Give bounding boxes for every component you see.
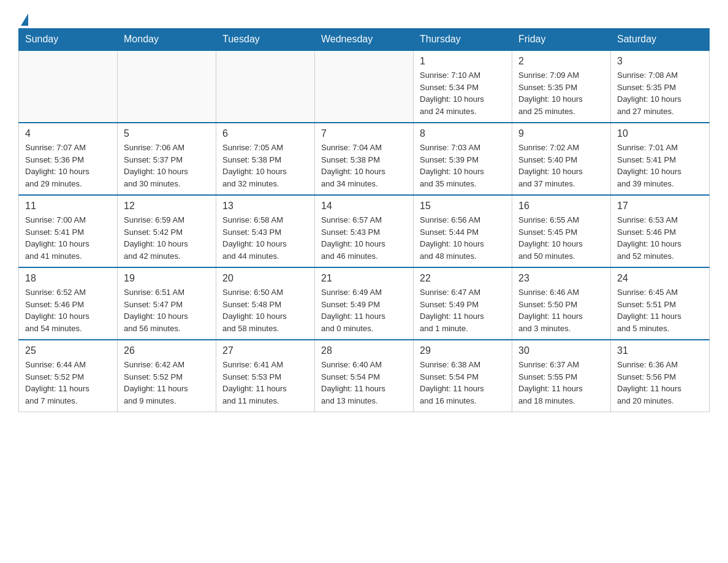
day-cell [216,50,315,123]
day-info: Sunrise: 6:55 AM Sunset: 5:45 PM Dayligh… [518,214,604,262]
day-info: Sunrise: 6:52 AM Sunset: 5:46 PM Dayligh… [25,286,111,334]
weekday-header-saturday: Saturday [611,29,710,51]
day-info: Sunrise: 6:37 AM Sunset: 5:55 PM Dayligh… [518,359,604,407]
day-info: Sunrise: 7:08 AM Sunset: 5:35 PM Dayligh… [617,69,703,117]
day-number: 15 [420,201,506,212]
day-cell: 1Sunrise: 7:10 AM Sunset: 5:34 PM Daylig… [414,50,512,123]
day-cell: 18Sunrise: 6:52 AM Sunset: 5:46 PM Dayli… [19,267,118,340]
day-info: Sunrise: 6:46 AM Sunset: 5:50 PM Dayligh… [518,286,604,334]
weekday-header-friday: Friday [512,29,611,51]
day-cell: 2Sunrise: 7:09 AM Sunset: 5:35 PM Daylig… [512,50,611,123]
calendar-header: SundayMondayTuesdayWednesdayThursdayFrid… [19,29,710,51]
day-number: 20 [222,273,308,284]
day-info: Sunrise: 7:10 AM Sunset: 5:34 PM Dayligh… [420,69,506,117]
day-cell: 22Sunrise: 6:47 AM Sunset: 5:49 PM Dayli… [414,267,512,340]
day-info: Sunrise: 6:47 AM Sunset: 5:49 PM Dayligh… [420,286,506,334]
day-number: 31 [617,345,703,356]
day-number: 21 [321,273,407,284]
day-cell: 8Sunrise: 7:03 AM Sunset: 5:39 PM Daylig… [414,123,512,195]
day-number: 7 [321,128,407,139]
week-row-1: 1Sunrise: 7:10 AM Sunset: 5:34 PM Daylig… [19,50,710,123]
day-cell: 23Sunrise: 6:46 AM Sunset: 5:50 PM Dayli… [512,267,611,340]
day-info: Sunrise: 6:38 AM Sunset: 5:54 PM Dayligh… [420,359,506,407]
day-info: Sunrise: 6:36 AM Sunset: 5:56 PM Dayligh… [617,359,703,407]
day-info: Sunrise: 6:41 AM Sunset: 5:53 PM Dayligh… [222,359,308,407]
day-info: Sunrise: 6:57 AM Sunset: 5:43 PM Dayligh… [321,214,407,262]
weekday-header-tuesday: Tuesday [216,29,315,51]
day-number: 27 [222,345,308,356]
day-number: 8 [420,128,506,139]
page-header [18,12,710,22]
day-cell: 3Sunrise: 7:08 AM Sunset: 5:35 PM Daylig… [611,50,710,123]
day-cell: 28Sunrise: 6:40 AM Sunset: 5:54 PM Dayli… [315,340,414,412]
day-cell: 26Sunrise: 6:42 AM Sunset: 5:52 PM Dayli… [118,340,216,412]
calendar-table: SundayMondayTuesdayWednesdayThursdayFrid… [18,28,710,412]
day-cell: 24Sunrise: 6:45 AM Sunset: 5:51 PM Dayli… [611,267,710,340]
day-cell: 31Sunrise: 6:36 AM Sunset: 5:56 PM Dayli… [611,340,710,412]
day-info: Sunrise: 6:51 AM Sunset: 5:47 PM Dayligh… [124,286,210,334]
day-cell: 12Sunrise: 6:59 AM Sunset: 5:42 PM Dayli… [118,195,216,267]
day-info: Sunrise: 7:05 AM Sunset: 5:38 PM Dayligh… [222,142,308,190]
day-info: Sunrise: 6:53 AM Sunset: 5:46 PM Dayligh… [617,214,703,262]
day-number: 1 [420,56,506,67]
day-info: Sunrise: 7:06 AM Sunset: 5:37 PM Dayligh… [124,142,210,190]
day-info: Sunrise: 6:50 AM Sunset: 5:48 PM Dayligh… [222,286,308,334]
day-info: Sunrise: 6:49 AM Sunset: 5:49 PM Dayligh… [321,286,407,334]
day-number: 25 [25,345,111,356]
day-number: 17 [617,201,703,212]
day-cell: 14Sunrise: 6:57 AM Sunset: 5:43 PM Dayli… [315,195,414,267]
week-row-2: 4Sunrise: 7:07 AM Sunset: 5:36 PM Daylig… [19,123,710,195]
day-number: 3 [617,56,703,67]
day-number: 18 [25,273,111,284]
day-cell: 11Sunrise: 7:00 AM Sunset: 5:41 PM Dayli… [19,195,118,267]
day-number: 12 [124,201,210,212]
day-number: 24 [617,273,703,284]
day-number: 14 [321,201,407,212]
weekday-header-sunday: Sunday [19,29,118,51]
day-info: Sunrise: 7:07 AM Sunset: 5:36 PM Dayligh… [25,142,111,190]
day-number: 23 [518,273,604,284]
weekday-header-monday: Monday [118,29,216,51]
day-cell: 15Sunrise: 6:56 AM Sunset: 5:44 PM Dayli… [414,195,512,267]
logo-triangle-icon [21,13,28,26]
day-number: 19 [124,273,210,284]
day-cell [315,50,414,123]
day-info: Sunrise: 7:02 AM Sunset: 5:40 PM Dayligh… [518,142,604,190]
day-cell: 4Sunrise: 7:07 AM Sunset: 5:36 PM Daylig… [19,123,118,195]
day-number: 29 [420,345,506,356]
day-number: 4 [25,128,111,139]
day-number: 10 [617,128,703,139]
day-number: 30 [518,345,604,356]
day-info: Sunrise: 6:44 AM Sunset: 5:52 PM Dayligh… [25,359,111,407]
day-info: Sunrise: 6:56 AM Sunset: 5:44 PM Dayligh… [420,214,506,262]
day-cell: 29Sunrise: 6:38 AM Sunset: 5:54 PM Dayli… [414,340,512,412]
day-number: 16 [518,201,604,212]
week-row-5: 25Sunrise: 6:44 AM Sunset: 5:52 PM Dayli… [19,340,710,412]
day-cell: 25Sunrise: 6:44 AM Sunset: 5:52 PM Dayli… [19,340,118,412]
week-row-3: 11Sunrise: 7:00 AM Sunset: 5:41 PM Dayli… [19,195,710,267]
day-info: Sunrise: 7:01 AM Sunset: 5:41 PM Dayligh… [617,142,703,190]
day-cell: 7Sunrise: 7:04 AM Sunset: 5:38 PM Daylig… [315,123,414,195]
day-number: 26 [124,345,210,356]
day-cell: 21Sunrise: 6:49 AM Sunset: 5:49 PM Dayli… [315,267,414,340]
day-cell: 10Sunrise: 7:01 AM Sunset: 5:41 PM Dayli… [611,123,710,195]
day-number: 2 [518,56,604,67]
day-cell [19,50,118,123]
day-info: Sunrise: 7:03 AM Sunset: 5:39 PM Dayligh… [420,142,506,190]
weekday-header-wednesday: Wednesday [315,29,414,51]
logo [18,12,28,22]
day-cell: 16Sunrise: 6:55 AM Sunset: 5:45 PM Dayli… [512,195,611,267]
day-info: Sunrise: 6:58 AM Sunset: 5:43 PM Dayligh… [222,214,308,262]
day-info: Sunrise: 6:45 AM Sunset: 5:51 PM Dayligh… [617,286,703,334]
day-cell: 27Sunrise: 6:41 AM Sunset: 5:53 PM Dayli… [216,340,315,412]
day-number: 22 [420,273,506,284]
day-info: Sunrise: 7:04 AM Sunset: 5:38 PM Dayligh… [321,142,407,190]
day-number: 6 [222,128,308,139]
day-cell: 13Sunrise: 6:58 AM Sunset: 5:43 PM Dayli… [216,195,315,267]
day-info: Sunrise: 6:42 AM Sunset: 5:52 PM Dayligh… [124,359,210,407]
day-number: 5 [124,128,210,139]
day-info: Sunrise: 7:00 AM Sunset: 5:41 PM Dayligh… [25,214,111,262]
day-info: Sunrise: 6:40 AM Sunset: 5:54 PM Dayligh… [321,359,407,407]
day-cell: 20Sunrise: 6:50 AM Sunset: 5:48 PM Dayli… [216,267,315,340]
weekday-header-row: SundayMondayTuesdayWednesdayThursdayFrid… [19,29,710,51]
